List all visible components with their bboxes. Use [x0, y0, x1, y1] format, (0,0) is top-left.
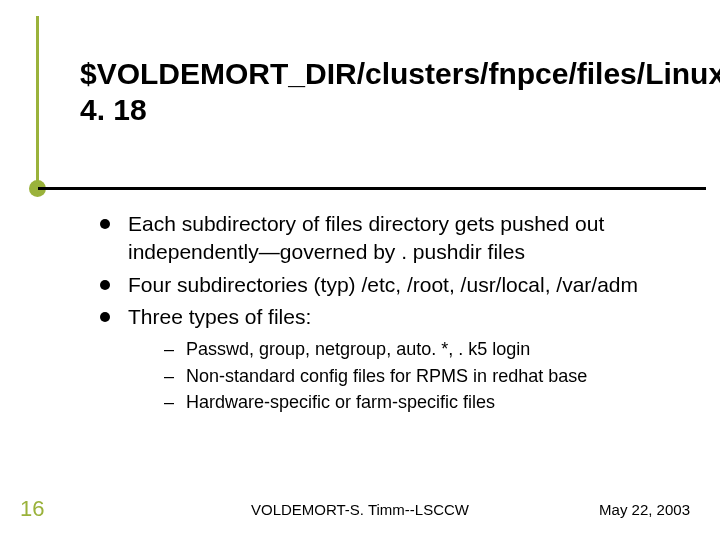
- sub-bullet-item: Hardware-specific or farm-specific files: [164, 390, 700, 414]
- bullet-item: Three types of files: Passwd, group, net…: [100, 303, 700, 414]
- sub-bullet-text: Hardware-specific or farm-specific files: [186, 392, 495, 412]
- sub-bullet-text: Non-standard config files for RPMS in re…: [186, 366, 587, 386]
- bullet-list: Each subdirectory of files directory get…: [100, 210, 700, 414]
- slide-body: Each subdirectory of files directory get…: [100, 210, 700, 418]
- bullet-item: Each subdirectory of files directory get…: [100, 210, 700, 267]
- sub-bullet-item: Passwd, group, netgroup, auto. *, . k5 l…: [164, 337, 700, 361]
- sub-bullet-item: Non-standard config files for RPMS in re…: [164, 364, 700, 388]
- sub-bullet-list: Passwd, group, netgroup, auto. *, . k5 l…: [128, 337, 700, 414]
- slide: $VOLDEMORT_DIR/clusters/fnpce/files/Linu…: [0, 0, 720, 540]
- bullet-item: Four subdirectories (typ) /etc, /root, /…: [100, 271, 700, 299]
- sub-bullet-text: Passwd, group, netgroup, auto. *, . k5 l…: [186, 339, 530, 359]
- footer-date: May 22, 2003: [599, 501, 690, 518]
- bullet-text: Each subdirectory of files directory get…: [128, 212, 604, 263]
- bullet-text: Four subdirectories (typ) /etc, /root, /…: [128, 273, 638, 296]
- accent-vertical-line: [36, 16, 39, 188]
- accent-horizontal-line: [38, 187, 706, 190]
- bullet-text: Three types of files:: [128, 305, 311, 328]
- slide-title: $VOLDEMORT_DIR/clusters/fnpce/files/Linu…: [80, 56, 700, 128]
